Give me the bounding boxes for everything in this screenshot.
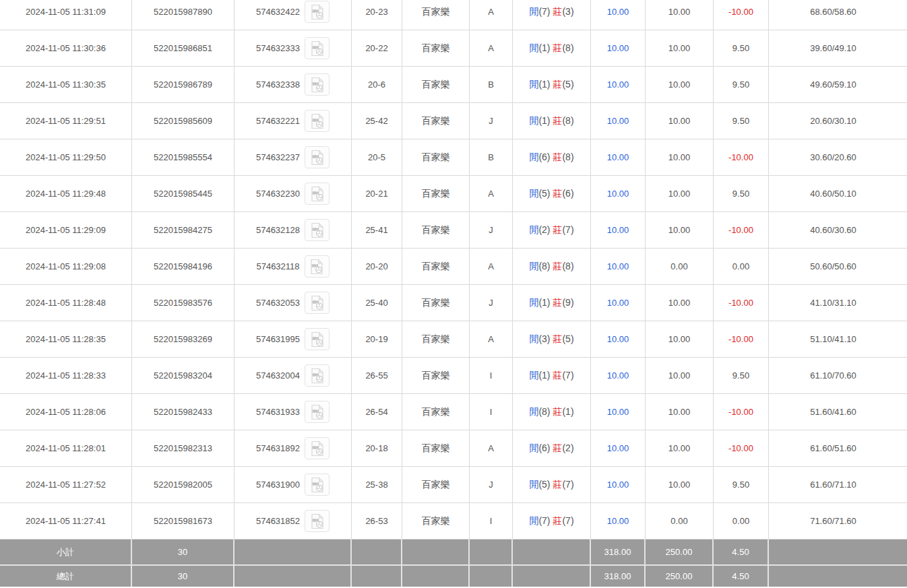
video-replay-button[interactable] xyxy=(305,73,330,96)
video-replay-button[interactable] xyxy=(305,1,330,23)
cell-game-type: 百家樂 xyxy=(402,394,470,430)
bet-amount-link[interactable]: 10.00 xyxy=(607,480,629,490)
table-row: 2024-11-05 11:27:52522015982005574631900… xyxy=(0,467,907,503)
bet-amount-link[interactable]: 10.00 xyxy=(607,261,629,271)
video-replay-button[interactable] xyxy=(305,364,330,387)
video-file-icon xyxy=(311,513,324,529)
table-row: 2024-11-05 11:28:48522015983576574632053… xyxy=(0,285,907,321)
cell-result: 閒(1) 莊(9) xyxy=(513,285,591,321)
table-row: 2024-11-05 11:30:36522015986851574632333… xyxy=(0,30,907,67)
total-row: 總計30318.00250.004.50 xyxy=(0,564,907,587)
game-id-text: 574631852 xyxy=(256,516,300,526)
cell-game-type: 百家樂 xyxy=(402,430,470,467)
cell-table-code: J xyxy=(470,285,513,321)
cell-time: 2024-11-05 11:29:51 xyxy=(0,103,132,139)
video-replay-button[interactable] xyxy=(305,401,330,423)
banker-points: (7) xyxy=(562,370,573,381)
cell-win-loss: -10.00 xyxy=(714,139,769,176)
cell-result: 閒(8) 莊(8) xyxy=(513,249,591,285)
cell-balance: 68.60/58.60 xyxy=(769,0,907,30)
video-replay-button[interactable] xyxy=(305,328,330,350)
cell-valid-bet: 10.00 xyxy=(646,30,714,67)
video-file-icon xyxy=(311,477,324,493)
bet-amount-link[interactable]: 10.00 xyxy=(607,116,629,126)
bet-amount-link[interactable]: 10.00 xyxy=(607,189,629,199)
table-row: 2024-11-05 11:29:09522015984275574632128… xyxy=(0,212,907,249)
banker-points: (7) xyxy=(562,515,573,526)
bet-amount-link[interactable]: 10.00 xyxy=(607,225,629,235)
player-label: 閒 xyxy=(529,297,538,308)
banker-points: (1) xyxy=(562,406,573,417)
video-file-icon xyxy=(311,295,324,311)
bet-amount-link[interactable]: 10.00 xyxy=(607,43,629,53)
game-id-text: 574632128 xyxy=(256,225,300,235)
player-label: 閒 xyxy=(529,152,538,162)
player-label: 閒 xyxy=(529,115,538,126)
cell-table-code: I xyxy=(470,394,513,430)
video-file-icon xyxy=(311,440,324,457)
cell-game-id: 574632118 xyxy=(234,249,352,285)
game-id-text: 574632053 xyxy=(256,298,300,308)
video-replay-button[interactable] xyxy=(305,510,330,532)
cell-table-code: J xyxy=(470,212,513,249)
bet-amount-link[interactable]: 10.00 xyxy=(607,407,629,417)
bet-amount-link[interactable]: 10.00 xyxy=(607,7,629,17)
video-replay-button[interactable] xyxy=(305,437,330,459)
cell-game-id: 574632221 xyxy=(234,103,352,139)
video-file-icon xyxy=(311,4,324,20)
cell-win-loss: -10.00 xyxy=(714,430,769,467)
bet-amount-link[interactable]: 10.00 xyxy=(607,298,629,308)
cell-valid-bet: 10.00 xyxy=(646,285,714,321)
cell-bet-amount: 10.00 xyxy=(591,321,646,358)
cell-bet-amount: 10.00 xyxy=(591,467,646,503)
cell-result: 閒(1) 莊(8) xyxy=(513,30,591,67)
cell-bet-amount: 10.00 xyxy=(591,285,646,321)
banker-points: (8) xyxy=(562,42,573,53)
summary-win-loss-total: 4.50 xyxy=(714,564,769,587)
cell-time: 2024-11-05 11:28:33 xyxy=(0,358,132,394)
bet-amount-link[interactable]: 10.00 xyxy=(607,370,629,381)
bet-amount-link[interactable]: 10.00 xyxy=(607,334,629,344)
table-row: 2024-11-05 11:29:51522015985609574632221… xyxy=(0,103,907,139)
game-id-text: 574631933 xyxy=(256,407,300,417)
video-replay-button[interactable] xyxy=(305,255,330,277)
table-row: 2024-11-05 11:27:41522015981673574631852… xyxy=(0,503,907,540)
player-points: (6) xyxy=(538,152,550,162)
cell-round: 20-6 xyxy=(352,67,402,103)
player-label: 閒 xyxy=(529,443,538,453)
cell-balance: 51.60/41.60 xyxy=(769,394,907,430)
video-replay-button[interactable] xyxy=(305,110,330,132)
table-row: 2024-11-05 11:28:01522015982313574631892… xyxy=(0,430,907,467)
banker-label: 莊 xyxy=(553,6,562,17)
cell-win-loss: -10.00 xyxy=(714,212,769,249)
video-replay-button[interactable] xyxy=(305,292,330,314)
banker-points: (6) xyxy=(562,188,573,199)
cell-game-id: 574631995 xyxy=(234,321,352,358)
video-replay-button[interactable] xyxy=(305,219,330,241)
video-file-icon xyxy=(311,331,324,348)
banker-points: (5) xyxy=(562,333,573,344)
cell-round: 20-19 xyxy=(352,321,402,358)
cell-game-id: 574632128 xyxy=(234,212,352,249)
bet-amount-link[interactable]: 10.00 xyxy=(607,79,629,90)
cell-bet-id: 522015983269 xyxy=(132,321,234,358)
video-replay-button[interactable] xyxy=(305,183,330,205)
cell-game-type: 百家樂 xyxy=(402,321,470,358)
cell-balance: 51.10/41.10 xyxy=(769,321,907,358)
cell-win-loss: -10.00 xyxy=(714,285,769,321)
cell-result: 閒(1) 莊(8) xyxy=(513,103,591,139)
video-replay-button[interactable] xyxy=(305,146,330,168)
cell-bet-id: 522015982313 xyxy=(132,430,234,467)
subtotal-row: 小計30318.00250.004.50 xyxy=(0,540,907,564)
cell-table-code: A xyxy=(470,0,513,30)
banker-label: 莊 xyxy=(553,479,562,490)
bet-amount-link[interactable]: 10.00 xyxy=(607,443,629,453)
bet-amount-link[interactable]: 10.00 xyxy=(607,516,629,526)
cell-bet-amount: 10.00 xyxy=(591,0,646,30)
video-replay-button[interactable] xyxy=(305,473,330,496)
video-file-icon xyxy=(311,222,324,238)
bet-amount-link[interactable]: 10.00 xyxy=(607,152,629,162)
table-row: 2024-11-05 11:29:48522015985445574632230… xyxy=(0,176,907,212)
video-replay-button[interactable] xyxy=(305,37,330,59)
player-points: (7) xyxy=(538,515,550,526)
